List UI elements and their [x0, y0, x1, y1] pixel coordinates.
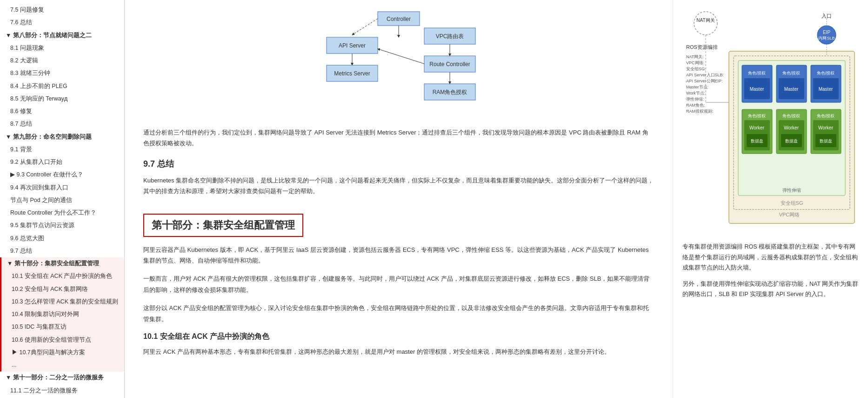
svg-text:入口: 入口 [821, 13, 832, 19]
chapter-10-title: 第十部分：集群安全组配置管理 [143, 214, 303, 237]
svg-text:数据盘: 数据盘 [751, 139, 763, 143]
sidebar-item-106[interactable]: 10.6 使用新的安全组管理节点 [0, 334, 124, 346]
svg-text:Worker: Worker [749, 125, 765, 130]
section-101-title: 10.1 安全组在 ACK 产品中扮演的角色 [143, 332, 654, 342]
svg-text:Master: Master [819, 87, 833, 92]
svg-text:角色/授权: 角色/授权 [748, 71, 766, 75]
center-panel: Controller API Server Metrics Server VPC… [125, 0, 673, 398]
svg-text:Master: Master [750, 87, 764, 92]
svg-text:角色/授权: 角色/授权 [782, 114, 801, 118]
svg-text:Worker: Worker [784, 125, 799, 130]
sidebar-item-107[interactable]: ▶ 10.7典型问题与解决方案 [0, 346, 124, 359]
sidebar-item-91[interactable]: 9.1 背景 [0, 143, 124, 156]
main-content: Controller API Server Metrics Server VPC… [125, 0, 868, 398]
sidebar-item-84[interactable]: 8.4 上步不前的 PLEG [0, 80, 124, 93]
svg-line-17 [378, 49, 424, 64]
svg-text:RAM角色:: RAM角色: [686, 103, 705, 108]
svg-text:安全组SG:: 安全组SG: [686, 67, 706, 71]
svg-text:API Server: API Server [339, 42, 366, 49]
svg-text:ROS资源编排: ROS资源编排 [686, 44, 718, 50]
sidebar-item-93[interactable]: ▶ 9.3 Controller 在做什么？ [0, 169, 124, 181]
svg-line-3 [352, 19, 378, 35]
svg-text:Worker: Worker [818, 125, 834, 130]
sidebar-item-94c[interactable]: Route Controller 为什么不工作？ [0, 207, 124, 219]
svg-text:VPC路由表: VPC路由表 [436, 33, 464, 40]
svg-text:弹性伸缩: 弹性伸缩 [782, 188, 801, 193]
sidebar-item-111[interactable]: 11.1 二分之一活的微服务 [0, 385, 124, 397]
sidebar-item-96[interactable]: 9.6 总览大图 [0, 232, 124, 245]
svg-text:Metrics Server: Metrics Server [334, 70, 370, 77]
sidebar: 7.5 问题修复 7.6 总结 ▼ 第八部分：节点就绪问题之二 8.1 问题现象… [0, 0, 125, 398]
right-panel: NAT网关 入口 EIP 内网SLB ROS资源编排 NAT网关: VPC网络:… [673, 0, 868, 398]
sidebar-item-part9[interactable]: ▼ 第九部分：命名空间删除问题 [0, 131, 124, 143]
svg-text:数据盘: 数据盘 [785, 139, 798, 143]
paragraph-97: Kubernetes 集群命名空间删除不掉的问题，是线上比较常见的一个问题，这个… [143, 175, 654, 197]
svg-text:角色/授权: 角色/授权 [782, 71, 801, 75]
svg-text:Controller: Controller [387, 16, 411, 22]
sidebar-item-94b[interactable]: 节点与 Pod 之间的通信 [0, 194, 124, 207]
sidebar-item-101[interactable]: 10.1 安全组在 ACK 产品中扮演的角色 [0, 270, 124, 283]
sidebar-item-76[interactable]: 7.6 总结 [0, 16, 124, 29]
paragraph-10-1: 阿里云容器产品 Kubernetes 版本，即 ACK，基于阿里云 IaaS 层… [143, 244, 654, 266]
ros-svg: NAT网关 入口 EIP 内网SLB ROS资源编排 NAT网关: VPC网络:… [682, 9, 859, 233]
paragraph-10-2: 一般而言，用户对 ACK 产品有很大的管理权限，这包括集群扩容，创建服务等。与此… [143, 273, 654, 295]
svg-text:Work节点:: Work节点: [686, 91, 705, 95]
sidebar-item-92[interactable]: 9.2 从集群入口开始 [0, 156, 124, 169]
sidebar-item-part10[interactable]: ▼ 第十部分：集群安全组配置管理 [0, 257, 124, 270]
sidebar-item-104[interactable]: 10.4 限制集群访问对外网 [0, 308, 124, 321]
sidebar-item-part8[interactable]: ▼ 第八部分：节点就绪问题之二 [0, 29, 124, 42]
section-97-title: 9.7 总结 [143, 158, 654, 169]
sidebar-item-85[interactable]: 8.5 无响应的 Terwayд [0, 93, 124, 105]
svg-text:角色/授权: 角色/授权 [817, 71, 835, 75]
svg-text:VPC网络:: VPC网络: [686, 61, 704, 65]
svg-point-18 [694, 12, 717, 35]
diagram-svg: Controller API Server Metrics Server VPC… [306, 9, 492, 116]
svg-text:NAT网关: NAT网关 [696, 18, 714, 23]
svg-text:Master: Master [784, 87, 799, 92]
svg-text:VPC网络: VPC网络 [779, 212, 800, 217]
svg-text:安全组SG: 安全组SG [781, 200, 803, 206]
sidebar-item-87[interactable]: 8.7 总结 [0, 118, 124, 130]
svg-text:RAM授权规则:: RAM授权规则: [686, 109, 714, 114]
right-text-1: 专有集群使用资源编排 ROS 模板搭建集群的主框架，其中专有网络是整个集群运行的… [682, 242, 859, 273]
svg-text:数据盘: 数据盘 [820, 139, 832, 143]
svg-text:NAT网关:: NAT网关: [686, 54, 704, 59]
svg-point-22 [817, 26, 836, 44]
svg-text:角色/授权: 角色/授权 [748, 114, 766, 118]
sidebar-item-103[interactable]: 10.3 怎么样管理 ACK 集群的安全组规则 [0, 296, 124, 308]
sidebar-item-86[interactable]: 8.6 修复 [0, 105, 124, 118]
sidebar-item-105[interactable]: 10.5 IDC 与集群互访 [0, 321, 124, 333]
sidebar-item-108[interactable]: ... [0, 359, 124, 371]
svg-text:弹性伸缩:: 弹性伸缩: [686, 97, 704, 101]
sidebar-item-part11[interactable]: ▼ 第十一部分：二分之一活的微服务 [0, 371, 124, 384]
sidebar-item-82[interactable]: 8.2 大逻辑 [0, 54, 124, 67]
sidebar-item-81[interactable]: 8.1 问题现象 [0, 42, 124, 54]
sidebar-item-102[interactable]: 10.2 安全组与 ACK 集群网络 [0, 283, 124, 296]
svg-text:内网SLB: 内网SLB [818, 36, 835, 40]
sidebar-item-97[interactable]: 9.7 总结 [0, 245, 124, 257]
svg-text:Route Controller: Route Controller [429, 61, 470, 67]
paragraph-10-3: 这部分以 ACK 产品安全组的配置管理为核心，深入讨论安全组在集群中扮演的角色，… [143, 303, 654, 324]
right-text-2: 另外，集群使用弹性伸缩实现动态扩缩容功能，NAT 网关作为集群的网络出口，SLB… [682, 279, 859, 300]
paragraph-intro: 通过分析前三个组件的行为，我们定位到，集群网络问题导致了 API Server … [143, 127, 654, 149]
svg-text:角色/授权: 角色/授权 [817, 114, 835, 118]
sidebar-item-75[interactable]: 7.5 问题修复 [0, 4, 124, 16]
ros-diagram: NAT网关 入口 EIP 内网SLB ROS资源编排 NAT网关: VPC网络:… [682, 9, 859, 234]
svg-text:API Server入口SLB:: API Server入口SLB: [686, 73, 724, 77]
sidebar-item-94[interactable]: 9.4 再次回到集群入口 [0, 182, 124, 194]
paragraph-101: 阿里云 ACK 产品有两种基本形态，专有集群和托管集群，这两种形态的最大差别，就… [143, 346, 654, 357]
svg-text:Master节点:: Master节点: [686, 85, 708, 89]
sidebar-item-95[interactable]: 9.5 集群节点访问云资源 [0, 219, 124, 232]
svg-text:RAM角色授权: RAM角色授权 [433, 89, 467, 95]
svg-text:EIP: EIP [823, 30, 830, 35]
svg-text:API Server公网EIP:: API Server公网EIP: [686, 79, 723, 83]
architecture-diagram: Controller API Server Metrics Server VPC… [143, 9, 654, 118]
sidebar-item-83[interactable]: 8.3 就绪三分钟 [0, 67, 124, 80]
